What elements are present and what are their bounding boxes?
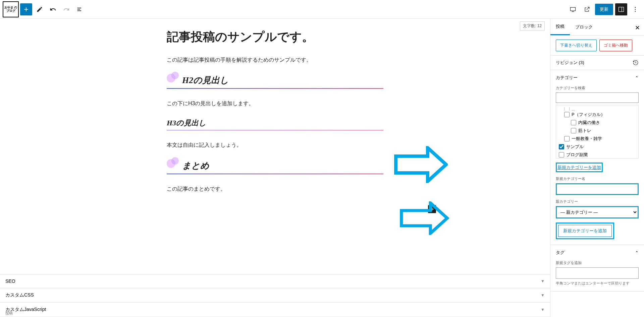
- panel-title: カテゴリー: [556, 75, 578, 81]
- list-icon: [76, 6, 83, 13]
- revisions-label: リビジョン (3): [556, 60, 584, 66]
- sidebar-tabs: 投稿 ブロック ✕: [550, 19, 644, 36]
- view-button[interactable]: [567, 3, 579, 15]
- annotation-arrow-icon: [399, 201, 449, 236]
- heading-h2-block[interactable]: H2の見出し: [167, 74, 383, 89]
- category-checkbox[interactable]: [564, 107, 570, 111]
- chevron-up-icon: ⌃: [635, 75, 639, 80]
- h2-heading[interactable]: H2の見出し: [167, 74, 383, 89]
- tag-input[interactable]: [556, 267, 639, 279]
- category-item: 筋トレ: [557, 127, 637, 135]
- category-item: サンプル: [557, 143, 637, 151]
- settings-sidebar: 投稿 ブロック ✕ 下書きへ切り替え ゴミ箱へ移動 リビジョン (3) カテゴリ…: [550, 19, 644, 317]
- add-category-button[interactable]: 新規カテゴリーを追加: [558, 225, 612, 237]
- pencil-icon: [36, 6, 43, 13]
- heading-decoration-icon: [167, 157, 179, 170]
- annotation-arrow-icon: [394, 146, 448, 184]
- tab-block[interactable]: ブロック: [570, 19, 598, 35]
- editor-canvas[interactable]: 文字数: 12 記事投稿のサンプルです。 この記事は記事投稿の手順を解説するため…: [0, 19, 550, 317]
- footer-label: 投稿: [5, 311, 13, 316]
- category-panel-body: カテゴリーを検索 ... P（フィジカル） 内臓の働き: [550, 85, 644, 245]
- settings-panel-toggle[interactable]: [615, 3, 627, 15]
- preview-button[interactable]: [581, 3, 593, 15]
- parent-category-select[interactable]: — 親カテゴリー —: [556, 206, 639, 218]
- new-category-name-input[interactable]: [556, 183, 639, 195]
- desktop-icon: [570, 6, 576, 13]
- add-tag-label: 新規タグを追加: [556, 260, 639, 265]
- category-checkbox[interactable]: [571, 120, 576, 125]
- undo-icon: [50, 6, 56, 13]
- svg-point-0: [635, 7, 636, 8]
- word-count: 文字数: 12: [520, 21, 545, 30]
- category-label: 筋トレ: [578, 128, 591, 134]
- heading-decoration-icon: [167, 72, 179, 84]
- revisions-row[interactable]: リビジョン (3): [550, 56, 644, 70]
- more-options-button[interactable]: [629, 3, 641, 15]
- post-title[interactable]: 記事投稿のサンプルです。: [167, 29, 383, 45]
- heading-h2-block[interactable]: まとめ: [167, 160, 383, 174]
- category-label: 内臓の働き: [578, 120, 600, 126]
- move-to-trash-button[interactable]: ゴミ箱へ移動: [599, 40, 632, 51]
- site-logo[interactable]: おやま の ブログ: [3, 1, 19, 17]
- add-category-link[interactable]: 新規カテゴリーを追加: [557, 165, 601, 171]
- paragraph-block[interactable]: この記事のまとめです。: [167, 184, 383, 193]
- plus-icon: [429, 206, 435, 212]
- redo-icon: [63, 6, 70, 13]
- h2-heading[interactable]: まとめ: [167, 160, 383, 174]
- chevron-down-icon: ▼: [541, 307, 545, 312]
- edit-mode-button[interactable]: [34, 3, 46, 15]
- h3-heading[interactable]: H3の見出し: [167, 118, 383, 130]
- tag-panel-header[interactable]: タグ ⌃: [550, 245, 644, 260]
- category-label: P（フィジカル）: [572, 112, 605, 118]
- category-checkbox[interactable]: [564, 112, 570, 117]
- category-search-input[interactable]: [556, 92, 639, 103]
- add-block-button[interactable]: [428, 205, 436, 213]
- category-item-hidden: ...: [557, 107, 637, 111]
- category-label: 一般教養・雑学: [572, 136, 602, 142]
- history-icon: [633, 60, 639, 66]
- paragraph-block[interactable]: 本文は自由に記入しましょう。: [167, 140, 383, 149]
- custom-js-panel[interactable]: カスタムJavaScript▼: [0, 302, 550, 317]
- redo-button[interactable]: [60, 3, 72, 15]
- chevron-up-icon: ⌃: [635, 250, 639, 255]
- category-search-label: カテゴリーを検索: [556, 85, 639, 90]
- svg-point-2: [635, 11, 636, 12]
- category-checkbox[interactable]: [559, 152, 564, 157]
- category-list[interactable]: ... P（フィジカル） 内臓の働き 筋トレ: [556, 105, 639, 158]
- chevron-down-icon: ▼: [541, 293, 545, 298]
- document-overview-button[interactable]: [74, 3, 86, 15]
- add-block-toggle[interactable]: [20, 3, 32, 15]
- close-sidebar-button[interactable]: ✕: [634, 23, 641, 33]
- paragraph-block[interactable]: この下にH3の見出しを追加します。: [167, 99, 383, 108]
- category-panel-header[interactable]: カテゴリー ⌃: [550, 70, 644, 85]
- parent-category-label: 親カテゴリー: [556, 199, 639, 204]
- category-item: 一般教養・雑学: [557, 135, 637, 143]
- toolbar-right: 更新: [567, 3, 641, 15]
- word-count-value: 12: [537, 23, 542, 28]
- seo-panel[interactable]: SEO▼: [0, 274, 550, 288]
- panel-label: SEO: [5, 278, 15, 284]
- tab-post[interactable]: 投稿: [550, 19, 570, 35]
- category-label: ブログ副業: [566, 152, 588, 158]
- chevron-down-icon: ▼: [541, 279, 545, 283]
- tag-help-text: 半角コンマまたはエンターキーで区切ります: [556, 281, 639, 286]
- new-category-name-label: 新規カテゴリー名: [556, 176, 639, 181]
- heading-h3-block[interactable]: H3の見出し: [167, 118, 383, 130]
- category-checkbox[interactable]: [564, 136, 570, 141]
- category-checkbox[interactable]: [559, 144, 564, 149]
- sidebar-icon: [618, 6, 625, 13]
- category-checkbox[interactable]: [571, 128, 576, 133]
- custom-css-panel[interactable]: カスタムCSS▼: [0, 288, 550, 302]
- paragraph-block[interactable]: この記事は記事投稿の手順を解説するためのサンプルです。: [167, 55, 383, 64]
- category-item: P（フィジカル）: [557, 111, 637, 119]
- category-item: 内臓の働き: [557, 119, 637, 127]
- undo-button[interactable]: [47, 3, 59, 15]
- plus-icon: [23, 6, 30, 13]
- meta-panels: SEO▼ カスタムCSS▼ カスタムJavaScript▼: [0, 274, 550, 317]
- panel-title: タグ: [556, 250, 565, 256]
- panel-label: カスタムCSS: [5, 292, 34, 298]
- switch-to-draft-button[interactable]: 下書きへ切り替え: [556, 40, 597, 51]
- external-icon: [584, 6, 590, 13]
- update-button[interactable]: 更新: [595, 4, 613, 15]
- category-item: ブログ副業: [557, 151, 637, 158]
